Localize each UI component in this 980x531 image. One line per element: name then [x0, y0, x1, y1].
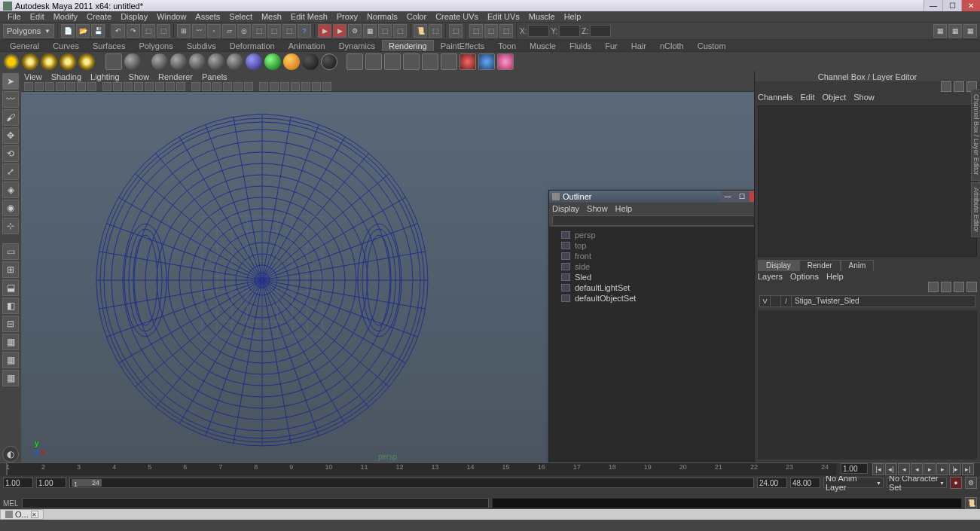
- panel-icon-27[interactable]: [322, 82, 331, 91]
- menu-create[interactable]: Create: [82, 12, 116, 21]
- aniso-icon[interactable]: [208, 53, 224, 70]
- layout-icon-1[interactable]: ▦: [933, 24, 947, 38]
- save-scene-icon[interactable]: 💾: [91, 24, 105, 38]
- outliner-minimize-button[interactable]: —: [721, 191, 734, 202]
- shading-map-icon[interactable]: [302, 53, 319, 70]
- layer-tab-render[interactable]: Render: [799, 260, 841, 271]
- start-inner-input[interactable]: [36, 478, 66, 488]
- panel-icon-16[interactable]: [202, 82, 211, 91]
- toolbar-icon-i[interactable]: ⬚: [484, 24, 498, 38]
- last-tool-icon[interactable]: ◐: [2, 446, 19, 462]
- area-light-icon[interactable]: [60, 53, 76, 70]
- layer-menu-help[interactable]: Help: [826, 272, 844, 281]
- lasso-tool[interactable]: 〰: [2, 91, 19, 108]
- directional-light-icon[interactable]: [3, 53, 20, 70]
- shelf-tab-deformation[interactable]: Deformation: [223, 40, 282, 51]
- phong-icon[interactable]: [170, 53, 187, 70]
- go-start-button[interactable]: |◂: [872, 463, 884, 475]
- menu-edit[interactable]: Edit: [26, 12, 49, 21]
- toolbar-icon-j[interactable]: ⬚: [499, 24, 513, 38]
- shelf-tab-polygons[interactable]: Polygons: [132, 40, 179, 51]
- viewport[interactable]: yz x persp Outliner — ☐ ✕ DisplayShowHel…: [21, 92, 754, 462]
- layer-type-toggle[interactable]: [771, 296, 781, 307]
- blinn-icon[interactable]: [151, 53, 168, 70]
- show-manip-tool[interactable]: ⊹: [2, 218, 19, 234]
- ipr-render-icon[interactable]: ▶: [333, 24, 347, 38]
- menu-assets[interactable]: Assets: [191, 12, 224, 21]
- shelf-tab-subdivs[interactable]: Subdivs: [180, 40, 223, 51]
- panel-icon-13[interactable]: [166, 82, 175, 91]
- menu-window[interactable]: Window: [152, 12, 191, 21]
- snap-live-icon[interactable]: ◎: [237, 24, 251, 38]
- autokey-button[interactable]: ●: [950, 477, 962, 489]
- menu-edit-mesh[interactable]: Edit Mesh: [286, 12, 332, 21]
- go-end-button[interactable]: ▸|: [962, 463, 974, 475]
- lambert-icon[interactable]: [124, 53, 141, 70]
- shelf-tab-painteffects[interactable]: PaintEffects: [434, 40, 492, 51]
- menu-edit-uvs[interactable]: Edit UVs: [483, 12, 524, 21]
- panel-icon-5[interactable]: [77, 82, 86, 91]
- construction-history-icon[interactable]: 📜: [414, 24, 427, 38]
- play-forward-button[interactable]: ▸: [924, 463, 936, 475]
- panel-icon-23[interactable]: [280, 82, 289, 91]
- outliner-item-front[interactable]: front: [552, 251, 754, 261]
- panel-icon-6[interactable]: [87, 82, 96, 91]
- show-batch-icon[interactable]: [441, 53, 457, 70]
- panel-icon-12[interactable]: [155, 82, 164, 91]
- panel-icon-18[interactable]: [223, 82, 232, 91]
- outliner-search-input[interactable]: [552, 215, 754, 226]
- panel-menu-view[interactable]: View: [24, 72, 42, 81]
- shelf-tab-muscle[interactable]: Muscle: [523, 40, 563, 51]
- outliner-list[interactable]: persptopfrontsideSleddefaultLightSetdefa…: [549, 227, 754, 462]
- outliner-item-side[interactable]: side: [552, 261, 754, 272]
- mode-dropdown[interactable]: Polygons ▼: [3, 24, 54, 38]
- panel-icon-25[interactable]: [301, 82, 310, 91]
- shelf-tab-fur[interactable]: Fur: [598, 40, 624, 51]
- layer-ref-toggle[interactable]: /: [781, 296, 792, 307]
- panel-menu-show[interactable]: Show: [129, 72, 150, 81]
- texture-icon[interactable]: [365, 53, 382, 70]
- panel-menu-lighting[interactable]: Lighting: [90, 72, 120, 81]
- snap-grid-icon[interactable]: ⊞: [177, 24, 191, 38]
- outliner-item-persp[interactable]: persp: [552, 230, 754, 240]
- mental-ray-icon[interactable]: [459, 53, 476, 70]
- menu-mesh[interactable]: Mesh: [257, 12, 286, 21]
- range-slider-thumb[interactable]: 1 24: [72, 479, 102, 487]
- snap-curve-icon[interactable]: 〰: [192, 24, 206, 38]
- character-set-dropdown[interactable]: No Character Set▼: [887, 478, 947, 488]
- select-obj-icon[interactable]: ⬚: [157, 24, 170, 38]
- toolbar-icon-f[interactable]: ⬚: [429, 24, 442, 38]
- layout-icon-3[interactable]: ▦: [963, 24, 977, 38]
- current-frame-input[interactable]: [841, 463, 868, 474]
- maximize-button[interactable]: ☐: [942, 0, 961, 11]
- panel-icon-3[interactable]: [56, 82, 65, 91]
- step-forward-button[interactable]: ▸: [936, 463, 948, 475]
- shelf-tab-surfaces[interactable]: Surfaces: [86, 40, 132, 51]
- toolbar-icon-c[interactable]: ⬚: [282, 24, 296, 38]
- panel-icon-14[interactable]: [176, 82, 185, 91]
- psd-icon[interactable]: [384, 53, 401, 70]
- panel-icon-17[interactable]: [212, 82, 221, 91]
- panel-icon-8[interactable]: [113, 82, 122, 91]
- render-settings-icon[interactable]: ⚙: [348, 24, 362, 38]
- outliner-item-defaultobjectset[interactable]: defaultObjectSet: [552, 293, 754, 304]
- menu-create-uvs[interactable]: Create UVs: [431, 12, 483, 21]
- panel-menu-renderer[interactable]: Renderer: [158, 72, 193, 81]
- select-tool[interactable]: ➤: [2, 73, 19, 90]
- anim-layer-dropdown[interactable]: No Anim Layer▼: [823, 478, 884, 488]
- layout-two-v-icon[interactable]: ◧: [2, 298, 19, 314]
- layout-two-h-icon[interactable]: ⬓: [2, 279, 19, 296]
- menu-color[interactable]: Color: [402, 12, 431, 21]
- panel-icon-24[interactable]: [291, 82, 300, 91]
- universal-manip-tool[interactable]: ◈: [2, 182, 19, 198]
- shelf-tab-curves[interactable]: Curves: [46, 40, 86, 51]
- taskbar-item-close[interactable]: ✕: [31, 511, 38, 518]
- scale-tool[interactable]: ⤢: [2, 163, 19, 180]
- menu-display[interactable]: Display: [116, 12, 152, 21]
- shelf-tab-fluids[interactable]: Fluids: [563, 40, 598, 51]
- prefs-button[interactable]: ⚙: [965, 477, 977, 489]
- ramp-icon[interactable]: [227, 53, 243, 70]
- play-back-button[interactable]: ◂: [911, 463, 923, 475]
- panel-icon-20[interactable]: [244, 82, 253, 91]
- layer-icon-1[interactable]: [928, 282, 939, 292]
